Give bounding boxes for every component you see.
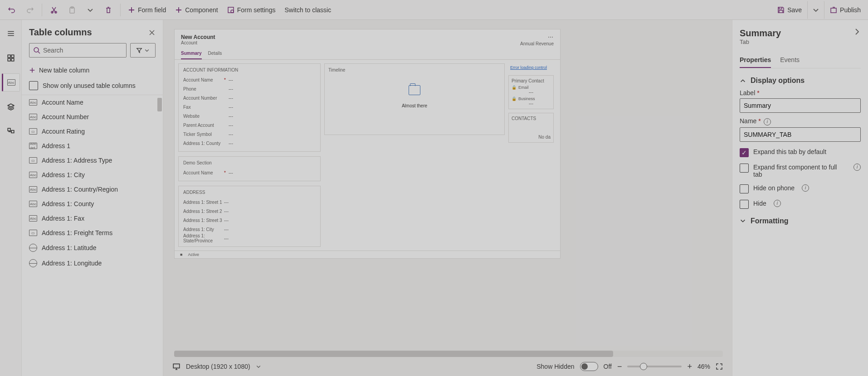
section-title: ADDRESS <box>183 190 316 195</box>
show-hidden-toggle[interactable] <box>580 362 598 371</box>
fit-icon[interactable] <box>716 363 723 370</box>
error-link[interactable]: Error loading control <box>508 63 554 72</box>
chevron-right-icon[interactable] <box>853 28 861 35</box>
publish-button[interactable]: Publish <box>826 1 864 19</box>
nav-layers[interactable] <box>2 98 20 116</box>
switch-classic-button[interactable]: Switch to classic <box>281 1 335 19</box>
svg-rect-7 <box>8 55 10 58</box>
add-component-button[interactable]: Component <box>171 1 221 19</box>
column-item[interactable]: AbcAccount Name <box>22 95 163 110</box>
name-input[interactable] <box>740 127 861 142</box>
column-item[interactable]: AbcAccount Number <box>22 110 163 124</box>
section-address[interactable]: ADDRESS Address 1: Street 1---Address 1:… <box>178 186 321 247</box>
zoom-in-button[interactable]: + <box>687 362 692 371</box>
redo-button[interactable] <box>22 1 38 19</box>
show-unused-checkbox[interactable] <box>29 81 38 90</box>
canvas-scrollbar[interactable] <box>174 351 723 357</box>
column-item[interactable]: Address 1: Longitude <box>22 255 163 271</box>
save-menu-button[interactable] <box>807 1 824 19</box>
form-field[interactable]: Fax--- <box>183 102 316 111</box>
form-field[interactable]: Phone--- <box>183 84 316 93</box>
save-button[interactable]: Save <box>774 1 805 19</box>
column-item[interactable]: ▭Address 1: Freight Terms <box>22 226 163 240</box>
form-field[interactable]: Account Number--- <box>183 93 316 102</box>
desktop-label[interactable]: Desktop (1920 x 1080) <box>186 363 250 370</box>
form-field[interactable]: Account Name*--- <box>183 75 316 84</box>
annual-revenue-label: Annual Revenue <box>520 41 554 46</box>
filter-button[interactable] <box>130 43 156 58</box>
section-account-information[interactable]: ACCOUNT INFORMATION Account Name*---Phon… <box>178 63 321 152</box>
column-item[interactable]: ▭Address 1: Address Type <box>22 153 163 168</box>
cut-button[interactable] <box>46 1 62 19</box>
form-field[interactable]: Address 1: City--- <box>183 225 316 234</box>
form-field[interactable]: Address 1: Street 1--- <box>183 198 316 207</box>
undo-button[interactable] <box>4 1 20 19</box>
type-icon: ▭ <box>29 157 37 164</box>
column-item[interactable]: AbcAddress 1: Country/Region <box>22 182 163 197</box>
info-icon[interactable]: i <box>853 164 861 171</box>
label-input[interactable] <box>740 98 861 113</box>
info-icon[interactable]: i <box>774 200 781 207</box>
info-icon[interactable]: i <box>764 118 771 125</box>
column-item[interactable]: AbcAddress 1: County <box>22 197 163 211</box>
props-tab-properties[interactable]: Properties <box>740 53 771 68</box>
section-contacts[interactable]: CONTACTS No da <box>508 113 554 143</box>
new-table-column-button[interactable]: New table column <box>22 63 163 77</box>
column-label: Account Number <box>42 113 89 121</box>
form-field[interactable]: Address 1: County--- <box>183 139 316 148</box>
chevron-down-icon[interactable] <box>256 364 261 369</box>
scrollbar-thumb[interactable] <box>157 98 162 111</box>
search-input[interactable]: Search <box>29 43 127 58</box>
form-field[interactable]: Website--- <box>183 111 316 121</box>
formatting-header[interactable]: Formatting <box>740 217 861 225</box>
new-table-column-label: New table column <box>39 67 89 74</box>
paste-menu[interactable] <box>82 1 98 19</box>
publish-label: Publish <box>840 6 861 14</box>
add-form-field-button[interactable]: Form field <box>124 1 170 19</box>
info-icon[interactable]: i <box>802 184 809 192</box>
form-field[interactable]: Account Name * --- <box>183 168 316 177</box>
column-item[interactable]: AbcdefAddress 1 <box>22 139 163 153</box>
expand-first-checkbox[interactable] <box>740 164 749 173</box>
nav-table-columns[interactable]: Abc <box>2 73 20 92</box>
paste-button[interactable] <box>64 1 80 19</box>
form-preview[interactable]: New Account Account ⋯ Annual Revenue Sum… <box>174 29 561 259</box>
column-item[interactable]: ▭Account Rating <box>22 124 163 139</box>
zoom-out-button[interactable]: − <box>617 362 622 371</box>
column-item[interactable]: Address 1: Latitude <box>22 240 163 255</box>
show-hidden-label: Show Hidden <box>536 363 574 370</box>
column-item[interactable]: AbcAddress 1: City <box>22 168 163 182</box>
display-options-header[interactable]: Display options <box>740 77 861 85</box>
nav-tree[interactable] <box>2 122 20 140</box>
section-timeline[interactable]: Timeline Almost there <box>324 63 505 135</box>
expand-default-checkbox[interactable] <box>740 148 749 157</box>
nav-components[interactable] <box>2 49 20 67</box>
delete-button[interactable] <box>100 1 117 19</box>
hide-on-phone-checkbox[interactable] <box>740 184 749 193</box>
form-tab-summary[interactable]: Summary <box>181 48 202 59</box>
form-field[interactable]: Address 1: Street 3--- <box>183 216 316 225</box>
type-icon: Abcdef <box>29 143 37 149</box>
form-tab-details[interactable]: Details <box>208 48 222 59</box>
section-demo[interactable]: Demo Section Account Name * --- <box>178 156 321 181</box>
form-field[interactable]: Address 1: Street 2--- <box>183 207 316 216</box>
form-field[interactable]: Address 1: State/Province--- <box>183 234 316 243</box>
form-field[interactable]: Parent Account--- <box>183 121 316 130</box>
hide-checkbox[interactable] <box>740 200 749 209</box>
props-tab-events[interactable]: Events <box>780 53 800 68</box>
column-item[interactable]: AbcAddress 1: Fax <box>22 211 163 226</box>
form-field[interactable]: Ticker Symbol--- <box>183 130 316 139</box>
search-placeholder: Search <box>43 47 63 54</box>
svg-rect-9 <box>8 58 10 61</box>
close-icon[interactable] <box>148 29 156 36</box>
globe-icon <box>29 244 37 252</box>
form-settings-button[interactable]: Form settings <box>224 1 279 19</box>
toggle-off-label: Off <box>604 363 612 370</box>
zoom-slider[interactable] <box>627 366 682 367</box>
nav-hamburger[interactable] <box>2 24 20 43</box>
svg-point-5 <box>231 10 234 13</box>
form-more-icon[interactable]: ⋯ <box>548 34 554 40</box>
section-primary-contact[interactable]: Primary Contact 🔒Email --- 🔒Business --- <box>508 75 554 109</box>
expand-default-label: Expand this tab by default <box>753 148 826 155</box>
type-icon: Abc <box>29 201 37 207</box>
